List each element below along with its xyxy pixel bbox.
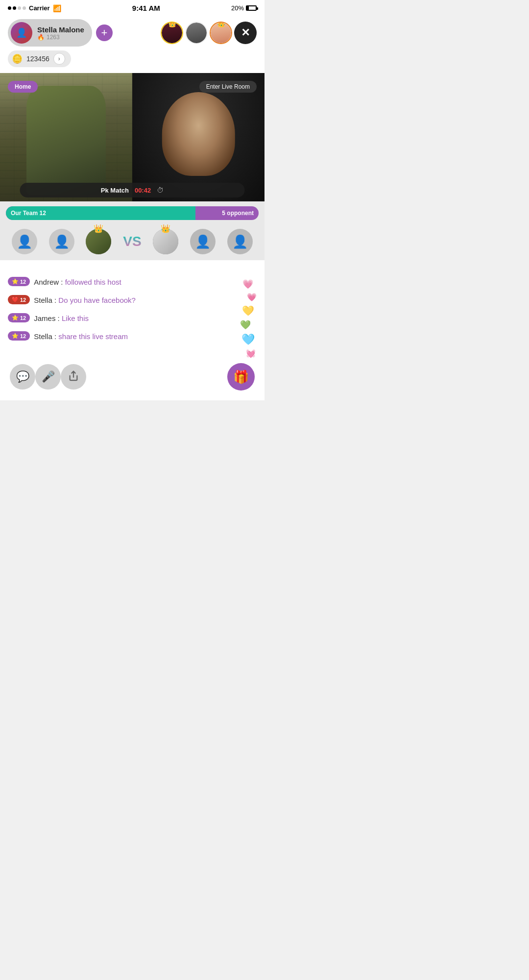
signal-dot-2: [13, 6, 16, 10]
mic-button[interactable]: 🎤: [35, 364, 61, 390]
chat-msg-1: followed this host: [65, 278, 121, 286]
chat-icon: 💬: [16, 370, 29, 383]
team-avatar-host: 👑: [86, 229, 111, 254]
profile-area: 👤 Stella Malone 🔥 1263 + 👑: [0, 14, 264, 73]
heart-1: 💗: [242, 279, 253, 290]
chat-username-3: James: [34, 314, 55, 322]
home-badge[interactable]: Home: [8, 81, 38, 93]
badge-num-3: 12: [20, 315, 26, 321]
status-left: Carrier 📶: [8, 4, 61, 12]
chat-username-2: Stella: [34, 296, 52, 304]
add-button[interactable]: +: [96, 24, 113, 41]
pk-bar: Pk Match 00:42 ⏱: [20, 183, 245, 197]
opponent-crown-icon: 👑: [161, 224, 170, 233]
signal-dot-3: [18, 6, 21, 10]
chat-text-2: Stella : Do you have facebook?: [34, 295, 136, 305]
chat-sep-2: :: [52, 296, 59, 304]
battery-percent: 20%: [231, 4, 244, 12]
share-button[interactable]: [61, 364, 86, 390]
person-icon-3: 👤: [195, 234, 211, 249]
badge-num-1: 12: [20, 279, 26, 285]
avatar-image: 👤: [11, 22, 32, 44]
chat-text-3: James : Like this: [34, 313, 89, 323]
chat-msg-2: Do you have facebook?: [58, 296, 136, 304]
flame-icon: 🔥: [37, 34, 45, 41]
mini-avatar-2[interactable]: [185, 22, 208, 44]
arrow-circle[interactable]: ›: [53, 53, 65, 65]
avatar: 👤: [11, 22, 32, 44]
video-right: Enter Live Room: [132, 73, 264, 201]
wifi-icon: 📶: [53, 4, 61, 12]
signal-dot-4: [23, 6, 26, 10]
score-section: Our Team 12 5 opponent: [0, 201, 264, 225]
chat-badge-2: ❤️ 12: [8, 295, 30, 304]
chat-username-4: Stella: [34, 332, 52, 341]
mini-avatar-1[interactable]: 👑: [161, 22, 183, 44]
status-bar: Carrier 📶 9:41 AM 20%: [0, 0, 264, 14]
close-button[interactable]: ✕: [234, 22, 257, 44]
crown-icon-1: 👑: [168, 22, 176, 27]
share-icon: [68, 370, 79, 384]
bottom-toolbar: 💬 🎤 🎁: [0, 357, 264, 400]
chat-button[interactable]: 💬: [10, 364, 35, 390]
mini-avatar-3[interactable]: 👑: [210, 22, 232, 44]
chat-text-1: Andrew : followed this host: [34, 277, 121, 287]
team-avatar-1: 👤: [12, 229, 37, 254]
enter-live-badge[interactable]: Enter Live Room: [199, 81, 257, 93]
chat-sep-3: :: [55, 314, 62, 322]
team-avatar-2: 👤: [49, 229, 74, 254]
person-icon-4: 👤: [232, 234, 248, 249]
person-icon-1: 👤: [17, 234, 32, 249]
chat-text-4: Stella : share this live stream: [34, 331, 128, 342]
profile-info: Stella Malone 🔥 1263: [37, 25, 84, 41]
badge-heart-icon-2: ❤️: [12, 296, 19, 303]
profile-row: 👤 Stella Malone 🔥 1263 + 👑: [8, 19, 257, 47]
chat-msg-4: share this live stream: [58, 332, 128, 341]
pk-clock-icon: ⏱: [157, 186, 164, 194]
chat-message-1: ⭐ 12 Andrew : followed this host: [8, 277, 257, 287]
battery-icon: [246, 5, 257, 11]
score-opponent: 5 opponent: [195, 206, 259, 220]
chat-area: ⭐ 12 Andrew : followed this host ❤️ 12 S…: [0, 269, 264, 357]
badge-star-icon-3: ⭐: [12, 315, 19, 321]
profile-flames: 🔥 1263: [37, 34, 84, 41]
score-bar: Our Team 12 5 opponent: [6, 206, 259, 220]
opponent-avatar-host: 👑: [153, 229, 178, 254]
coins-value: 123456: [26, 55, 49, 63]
crown-icon-3: 👑: [217, 22, 225, 27]
chat-badge-4: ⭐ 12: [8, 331, 30, 341]
flames-count: 1263: [47, 34, 60, 41]
mic-icon: 🎤: [42, 370, 55, 383]
heart-2: 💗: [247, 293, 257, 302]
chat-message-3: ⭐ 12 James : Like this: [8, 313, 257, 323]
spacer: [0, 260, 264, 269]
profile-avatars: 👑 👑 ✕: [161, 22, 257, 44]
gift-button[interactable]: 🎁: [227, 363, 255, 391]
gift-icon: 🎁: [233, 369, 249, 385]
video-left: Home: [0, 73, 132, 201]
opponent-avatar-2: 👤: [190, 229, 216, 254]
host-crown-icon: 👑: [94, 224, 103, 233]
badge-star-icon-1: ⭐: [12, 278, 19, 285]
chat-badge-3: ⭐ 12: [8, 313, 30, 322]
pk-label: Pk Match: [101, 187, 129, 194]
heart-3: 💛: [242, 305, 254, 317]
signal-dot-1: [8, 6, 11, 10]
floating-hearts: 💗 💗 💛 💚 🩵 💓: [239, 279, 257, 358]
carrier-label: Carrier: [29, 4, 50, 12]
coins-row: 🪙 123456 ›: [8, 50, 257, 67]
badge-star-icon-4: ⭐: [12, 333, 19, 339]
profile-left: 👤 Stella Malone 🔥 1263 +: [8, 19, 113, 47]
pk-timer: 00:42: [135, 187, 151, 194]
mini-avatar-image-2: [186, 23, 207, 43]
chat-badge-1: ⭐ 12: [8, 277, 30, 286]
heart-5: 🩵: [241, 333, 255, 346]
avatars-row: 👤 👤 👑 VS 👑 👤 👤: [0, 225, 264, 260]
coin-icon: 🪙: [12, 53, 23, 64]
chat-sep-1: :: [59, 278, 65, 286]
status-right: 20%: [231, 4, 257, 12]
video-section: Home Enter Live Room Pk Match 00:42 ⏱: [0, 73, 264, 201]
coins-pill: 🪙 123456 ›: [8, 50, 71, 67]
chat-username-1: Andrew: [34, 278, 59, 286]
badge-num-4: 12: [20, 333, 26, 339]
